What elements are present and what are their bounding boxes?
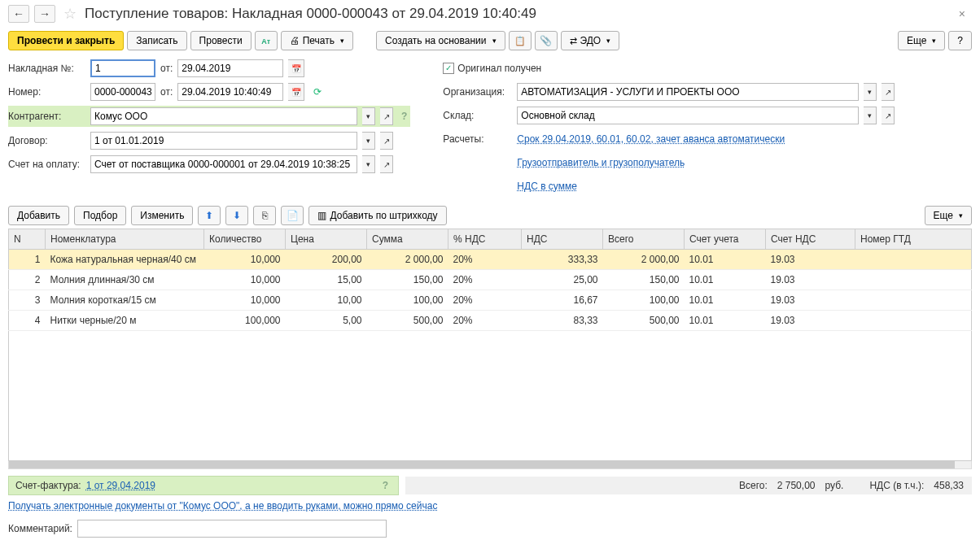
- col-vat-pct[interactable]: % НДС: [448, 229, 522, 250]
- total-value: 2 750,00: [777, 480, 816, 491]
- help-button[interactable]: ?: [948, 31, 972, 50]
- table-row[interactable]: 3Молния короткая/15 см10,00010,00100,002…: [9, 290, 972, 311]
- invoice-date-picker[interactable]: [288, 59, 304, 77]
- create-based-on-button[interactable]: Создать на основании: [376, 31, 505, 50]
- add-by-barcode-button[interactable]: Добавить по штрихкоду: [308, 206, 446, 225]
- organization-input[interactable]: [517, 83, 859, 101]
- edo-icon: [570, 35, 577, 46]
- arrow-down-icon: [233, 210, 241, 221]
- table-row[interactable]: 4Нитки черные/20 м100,0005,00500,0020%83…: [9, 311, 972, 331]
- dt-kt-icon: [261, 35, 270, 46]
- contract-input[interactable]: [90, 132, 357, 150]
- register-icon: [514, 35, 526, 46]
- col-total[interactable]: Всего: [603, 229, 685, 250]
- bill-label: Счет на оплату:: [8, 159, 85, 170]
- warehouse-open[interactable]: [882, 107, 895, 124]
- number-input[interactable]: [90, 83, 155, 101]
- warehouse-label: Склад:: [443, 110, 512, 121]
- col-vat[interactable]: НДС: [522, 229, 603, 250]
- col-gtd[interactable]: Номер ГТД: [855, 229, 972, 250]
- number-date-input[interactable]: [177, 83, 283, 101]
- counterparty-dropdown[interactable]: ▾: [362, 107, 375, 125]
- col-n[interactable]: N: [9, 229, 46, 250]
- invoice-factura-help[interactable]: ?: [379, 480, 392, 491]
- move-down-button[interactable]: [225, 206, 248, 225]
- counterparty-help[interactable]: ?: [398, 111, 410, 122]
- invoice-date-input[interactable]: [177, 59, 283, 77]
- total-label: Всего:: [739, 480, 768, 491]
- paste-icon: [287, 210, 299, 221]
- refresh-icon[interactable]: ⟳: [309, 83, 326, 101]
- calendar-icon: [291, 87, 301, 97]
- col-qty[interactable]: Количество: [204, 229, 286, 250]
- open-icon: [885, 111, 891, 120]
- nav-back-button[interactable]: ←: [8, 5, 29, 23]
- col-vat-account[interactable]: Счет НДС: [766, 229, 855, 250]
- from-label-1: от:: [160, 63, 173, 74]
- copy-icon: [262, 210, 268, 221]
- calendar-icon: [291, 63, 301, 73]
- contract-dropdown[interactable]: ▾: [362, 132, 375, 150]
- dt-kt-button[interactable]: [255, 31, 278, 50]
- warehouse-dropdown[interactable]: ▾: [864, 107, 877, 124]
- warehouse-input[interactable]: [517, 107, 859, 124]
- comment-label: Комментарий:: [8, 523, 72, 534]
- post-and-close-button[interactable]: Провести и закрыть: [8, 31, 124, 50]
- bill-input[interactable]: [90, 155, 357, 173]
- invoice-factura-link[interactable]: 1 от 29.04.2019: [86, 480, 155, 491]
- close-icon[interactable]: ×: [952, 7, 972, 20]
- bill-open[interactable]: [380, 155, 393, 173]
- col-sum[interactable]: Сумма: [367, 229, 448, 250]
- favorite-star-icon[interactable]: ☆: [60, 5, 80, 23]
- items-table: N Номенклатура Количество Цена Сумма % Н…: [8, 229, 972, 331]
- table-row[interactable]: 2Молния длинная/30 см10,00015,00150,0020…: [9, 270, 972, 290]
- open-icon: [383, 160, 390, 169]
- vat-total-value: 458,33: [934, 480, 964, 491]
- more-button[interactable]: Еще: [898, 31, 945, 50]
- arrow-up-icon: [205, 210, 213, 221]
- pick-button[interactable]: Подбор: [74, 206, 126, 225]
- paste-rows-button[interactable]: [281, 206, 304, 225]
- register-button[interactable]: [509, 31, 532, 50]
- original-received-label: Оригинал получен: [457, 63, 541, 74]
- col-account[interactable]: Счет учета: [685, 229, 766, 250]
- edo-button[interactable]: ЭДО: [561, 31, 620, 50]
- bill-dropdown[interactable]: ▾: [362, 155, 375, 173]
- save-button[interactable]: Записать: [127, 31, 186, 50]
- calculations-link[interactable]: Срок 29.04.2019, 60.01, 60.02, зачет ава…: [517, 133, 785, 145]
- counterparty-input[interactable]: [90, 107, 357, 125]
- vat-total-label: НДС (в т.ч.):: [869, 480, 924, 491]
- col-item[interactable]: Номенклатура: [46, 229, 204, 250]
- table-more-button[interactable]: Еще: [925, 206, 972, 225]
- attachments-button[interactable]: [535, 31, 558, 50]
- open-icon: [383, 137, 390, 146]
- copy-rows-button[interactable]: [253, 206, 276, 225]
- invoice-no-input[interactable]: [90, 59, 155, 77]
- nav-forward-button[interactable]: →: [34, 5, 55, 23]
- contract-label: Договор:: [8, 135, 85, 146]
- number-date-picker[interactable]: [288, 83, 304, 101]
- vat-in-sum-link[interactable]: НДС в сумме: [517, 181, 577, 192]
- col-price[interactable]: Цена: [286, 229, 367, 250]
- invoice-no-label: Накладная №:: [8, 63, 85, 74]
- table-row[interactable]: 1Кожа натуральная черная/40 см10,000200,…: [9, 250, 972, 270]
- organization-open[interactable]: [882, 83, 895, 101]
- number-label: Номер:: [8, 86, 85, 98]
- print-button[interactable]: Печать: [281, 31, 353, 50]
- comment-input[interactable]: [77, 520, 387, 538]
- from-label-2: от:: [160, 86, 173, 98]
- barcode-icon: [317, 210, 326, 221]
- move-up-button[interactable]: [198, 206, 221, 225]
- original-received-checkbox[interactable]: ✓: [443, 63, 454, 74]
- print-icon: [290, 35, 300, 46]
- edo-hint-link[interactable]: Получать электронные документы от "Комус…: [8, 500, 437, 512]
- edit-button[interactable]: Изменить: [131, 206, 193, 225]
- add-row-button[interactable]: Добавить: [8, 206, 69, 225]
- shipper-link[interactable]: Грузоотправитель и грузополучатель: [517, 157, 685, 168]
- open-icon: [383, 112, 390, 121]
- post-button[interactable]: Провести: [190, 31, 252, 50]
- contract-open[interactable]: [380, 132, 393, 150]
- counterparty-open[interactable]: [380, 107, 393, 125]
- organization-dropdown[interactable]: ▾: [864, 83, 877, 101]
- horizontal-scrollbar[interactable]: [8, 461, 972, 469]
